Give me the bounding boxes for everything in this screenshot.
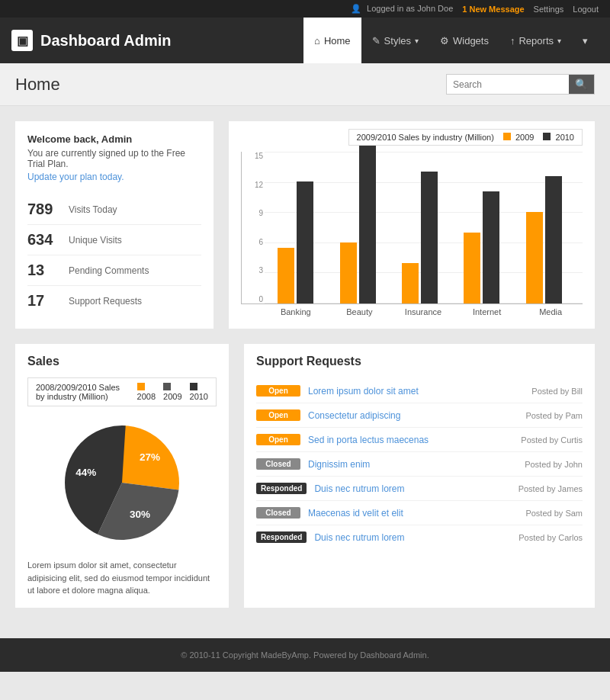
search-box: 🔍 (446, 74, 595, 95)
stat-number: 17 (27, 292, 58, 310)
logo-text: Dashboard Admin (40, 32, 172, 50)
welcome-text: Welcome back, Admin You are currently si… (27, 133, 201, 182)
support-item: Responded Duis nec rutrum lorem Posted b… (256, 477, 583, 501)
nav-reports-label: Reports (518, 35, 554, 47)
bar-2010 (359, 146, 376, 303)
pie-dot-2008 (137, 383, 145, 390)
page-title: Home (15, 75, 60, 95)
footer-text: © 2010-11 Copyright MadeByAmp. Powered b… (181, 650, 429, 660)
support-link[interactable]: Dignissim enim (308, 459, 517, 470)
legend-orange-dot (503, 133, 511, 140)
topbar: 👤 Logged in as John Doe 1 New Message Se… (0, 0, 610, 18)
stats-list: 789Visits Today634Unique Visits13Pending… (27, 194, 201, 316)
y-label: 6 (242, 238, 263, 246)
styles-icon: ✎ (372, 35, 380, 47)
bar-2009 (526, 212, 543, 303)
bar-chart-legend: 2009/2010 Sales by industry (Million) 20… (348, 129, 583, 146)
search-input[interactable] (447, 75, 569, 94)
sales-panel: Sales 2008/2009/2010 Sales by industry (… (15, 344, 229, 608)
support-item: Open Sed in porta lectus maecenas Posted… (256, 428, 583, 452)
support-link[interactable]: Sed in porta lectus maecenas (308, 435, 513, 445)
widgets-icon: ⚙ (440, 35, 449, 47)
bar-2010 (297, 181, 313, 303)
stat-number: 13 (27, 262, 58, 279)
nav-reports[interactable]: ↑ Reports ▾ (499, 18, 572, 63)
pie-label: 27% (140, 451, 160, 463)
nav-home[interactable]: ⌂ Home (303, 18, 361, 63)
bar-2009 (402, 263, 419, 303)
support-posted: Posted by James (518, 484, 583, 493)
logout-link[interactable]: Logout (573, 5, 599, 14)
support-posted: Posted by Curtis (521, 435, 583, 445)
nav-more[interactable]: ▾ (572, 18, 599, 63)
y-label: 15 (242, 152, 263, 160)
stat-number: 634 (27, 231, 58, 249)
legend-2008: 2008 (137, 383, 156, 401)
grid-line (265, 152, 583, 153)
page-header: Home 🔍 (0, 63, 610, 106)
stat-label: Pending Comments (69, 265, 149, 276)
footer: © 2010-11 Copyright MadeByAmp. Powered b… (0, 638, 610, 672)
new-message-link[interactable]: 1 New Message (462, 5, 524, 14)
chevron-down-icon-2: ▾ (557, 37, 561, 45)
pie-chart-svg: 27%30%44% (53, 414, 191, 551)
support-posted: Posted by Sam (525, 509, 583, 518)
bar-label: Beauty (328, 307, 392, 316)
pie-legend: 2008/2009/2010 Sales by industry (Millio… (27, 377, 217, 406)
support-link[interactable]: Lorem ipsum dolor sit amet (308, 386, 524, 397)
bar-chart: 03691215 (241, 152, 583, 304)
welcome-subtext: You are currently signed up to the Free … (27, 148, 201, 169)
bottom-section: Sales 2008/2009/2010 Sales by industry (… (15, 344, 595, 608)
support-item: Open Lorem ipsum dolor sit amet Posted b… (256, 379, 583, 403)
support-link[interactable]: Consectetur adipiscing (308, 410, 518, 421)
stat-item: 17Support Requests (27, 286, 201, 316)
support-badge: Responded (256, 483, 307, 494)
bar-2009 (278, 248, 294, 303)
stat-label: Visits Today (69, 204, 117, 215)
nav-styles-label: Styles (384, 35, 411, 47)
legend-2009-pie: 2009 (163, 383, 181, 401)
bar-group (513, 176, 575, 303)
support-posted: Posted by Carlos (518, 533, 583, 542)
settings-link[interactable]: Settings (534, 5, 564, 14)
bar-chart-panel: 2009/2010 Sales by industry (Million) 20… (229, 121, 595, 329)
pie-label: 30% (130, 509, 150, 520)
support-list: Open Lorem ipsum dolor sit amet Posted b… (256, 379, 583, 549)
y-label: 0 (242, 295, 263, 303)
main-content: Welcome back, Admin You are currently si… (0, 106, 610, 623)
sales-description: Lorem ipsum dolor sit amet, consectetur … (27, 559, 217, 597)
chevron-down-icon: ▾ (415, 37, 419, 45)
home-icon: ⌂ (314, 35, 320, 47)
bar-group (451, 191, 512, 303)
bar-2010 (421, 172, 438, 303)
bar-group (389, 172, 451, 303)
stat-label: Support Requests (69, 296, 142, 307)
nav-styles[interactable]: ✎ Styles ▾ (361, 18, 429, 63)
sales-title: Sales (27, 355, 217, 368)
main-nav: ⌂ Home ✎ Styles ▾ ⚙ Widgets ↑ Reports ▾ … (303, 18, 599, 63)
support-badge: Open (256, 434, 300, 445)
support-badge: Closed (256, 507, 300, 519)
y-label: 12 (242, 181, 263, 189)
support-title: Support Requests (256, 355, 583, 368)
stat-item: 634Unique Visits (27, 225, 201, 255)
search-button[interactable]: 🔍 (569, 75, 594, 94)
logo-icon: ▣ (11, 30, 33, 51)
support-badge: Closed (256, 458, 300, 470)
pie-label: 44% (75, 467, 96, 478)
nav-home-label: Home (324, 35, 351, 47)
nav-widgets-label: Widgets (453, 35, 489, 47)
stat-item: 789Visits Today (27, 194, 201, 225)
nav-widgets[interactable]: ⚙ Widgets (429, 18, 499, 63)
support-item: Closed Maecenas id velit et elit Posted … (256, 501, 583, 525)
support-posted: Posted by John (525, 460, 583, 469)
support-item: Responded Duis nec rutrum lorem Posted b… (256, 525, 583, 549)
support-link[interactable]: Duis nec rutrum lorem (314, 483, 510, 494)
bar-2010 (545, 176, 562, 303)
chart-title-area: 2009/2010 Sales by industry (Million) 20… (241, 129, 583, 146)
support-link[interactable]: Maecenas id velit et elit (308, 508, 518, 519)
support-link[interactable]: Duis nec rutrum lorem (314, 532, 511, 543)
bar-group (326, 146, 388, 303)
pie-legend-title: 2008/2009/2010 Sales by industry (Millio… (36, 383, 130, 401)
update-plan-link[interactable]: Update your plan today. (27, 172, 124, 182)
